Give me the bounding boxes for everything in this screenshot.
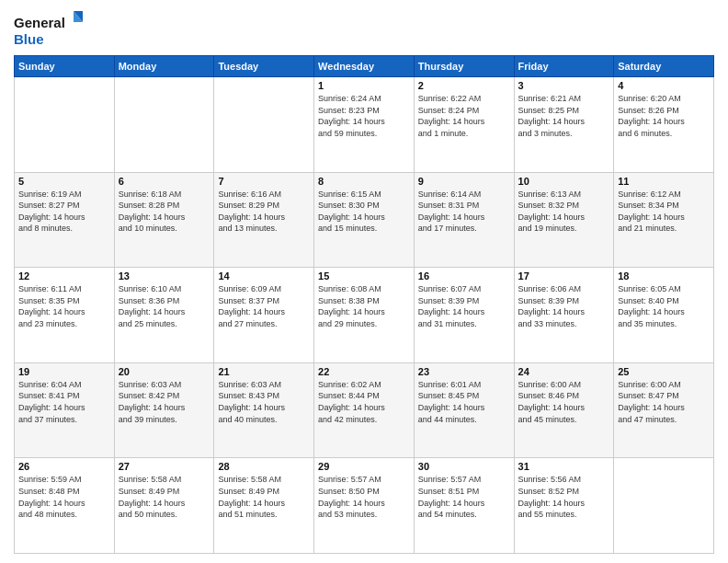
week-row-4: 19Sunrise: 6:04 AMSunset: 8:41 PMDayligh… [15, 362, 714, 458]
day-info: Sunrise: 6:13 AMSunset: 8:32 PMDaylight:… [518, 189, 610, 235]
calendar-cell [114, 77, 214, 173]
calendar-cell: 20Sunrise: 6:03 AMSunset: 8:42 PMDayligh… [114, 362, 214, 458]
week-row-3: 12Sunrise: 6:11 AMSunset: 8:35 PMDayligh… [15, 268, 714, 363]
calendar-cell: 18Sunrise: 6:05 AMSunset: 8:40 PMDayligh… [614, 268, 714, 363]
calendar-cell: 14Sunrise: 6:09 AMSunset: 8:37 PMDayligh… [214, 268, 314, 363]
calendar-cell: 7Sunrise: 6:16 AMSunset: 8:29 PMDaylight… [214, 172, 314, 268]
day-number: 3 [518, 80, 610, 91]
day-info: Sunrise: 6:01 AMSunset: 8:45 PMDaylight:… [418, 379, 510, 425]
day-info: Sunrise: 6:03 AMSunset: 8:43 PMDaylight:… [218, 379, 310, 425]
week-row-5: 26Sunrise: 5:59 AMSunset: 8:48 PMDayligh… [15, 458, 714, 554]
day-info: Sunrise: 6:21 AMSunset: 8:25 PMDaylight:… [518, 93, 610, 139]
day-number: 14 [218, 270, 310, 282]
calendar-cell [15, 77, 115, 173]
day-number: 25 [618, 366, 710, 377]
calendar-cell: 24Sunrise: 6:00 AMSunset: 8:46 PMDayligh… [514, 362, 614, 458]
day-number: 18 [618, 270, 710, 282]
calendar-cell [214, 77, 314, 173]
day-number: 17 [518, 270, 610, 282]
header: General Blue [14, 9, 714, 48]
day-info: Sunrise: 6:07 AMSunset: 8:39 PMDaylight:… [418, 283, 510, 329]
day-info: Sunrise: 6:09 AMSunset: 8:37 PMDaylight:… [218, 283, 310, 329]
calendar-cell: 11Sunrise: 6:12 AMSunset: 8:34 PMDayligh… [614, 172, 714, 268]
day-number: 28 [218, 461, 310, 472]
day-info: Sunrise: 6:03 AMSunset: 8:42 PMDaylight:… [119, 379, 210, 425]
day-number: 7 [218, 176, 310, 187]
week-row-1: 1Sunrise: 6:24 AMSunset: 8:23 PMDaylight… [15, 77, 714, 173]
day-number: 29 [318, 461, 410, 472]
day-info: Sunrise: 6:05 AMSunset: 8:40 PMDaylight:… [618, 283, 710, 329]
calendar-cell: 1Sunrise: 6:24 AMSunset: 8:23 PMDaylight… [314, 77, 415, 173]
calendar-cell: 30Sunrise: 5:57 AMSunset: 8:51 PMDayligh… [414, 458, 514, 554]
day-number: 9 [418, 176, 510, 187]
day-info: Sunrise: 6:10 AMSunset: 8:36 PMDaylight:… [119, 283, 210, 329]
day-number: 20 [119, 366, 210, 377]
day-info: Sunrise: 6:11 AMSunset: 8:35 PMDaylight:… [18, 283, 110, 329]
day-number: 6 [119, 176, 210, 187]
day-number: 22 [318, 366, 410, 377]
day-info: Sunrise: 5:57 AMSunset: 8:50 PMDaylight:… [318, 474, 410, 520]
day-number: 31 [518, 461, 610, 472]
day-number: 10 [518, 176, 610, 187]
day-number: 11 [618, 176, 710, 187]
day-info: Sunrise: 6:04 AMSunset: 8:41 PMDaylight:… [18, 379, 110, 425]
page: General Blue SundayMondayTuesdayWednesda… [0, 0, 728, 563]
day-number: 30 [418, 461, 510, 472]
day-info: Sunrise: 5:58 AMSunset: 8:49 PMDaylight:… [218, 474, 310, 520]
calendar-cell: 28Sunrise: 5:58 AMSunset: 8:49 PMDayligh… [214, 458, 314, 554]
day-number: 26 [18, 461, 110, 472]
calendar-cell: 13Sunrise: 6:10 AMSunset: 8:36 PMDayligh… [114, 268, 214, 363]
calendar-cell: 3Sunrise: 6:21 AMSunset: 8:25 PMDaylight… [514, 77, 614, 173]
calendar-cell: 6Sunrise: 6:18 AMSunset: 8:28 PMDaylight… [114, 172, 214, 268]
day-number: 13 [119, 270, 210, 282]
weekday-header-sunday: Sunday [15, 56, 115, 77]
week-row-2: 5Sunrise: 6:19 AMSunset: 8:27 PMDaylight… [15, 172, 714, 268]
logo: General Blue [14, 9, 85, 48]
day-info: Sunrise: 6:15 AMSunset: 8:30 PMDaylight:… [318, 189, 410, 235]
calendar-cell: 15Sunrise: 6:08 AMSunset: 8:38 PMDayligh… [314, 268, 415, 363]
calendar-cell: 23Sunrise: 6:01 AMSunset: 8:45 PMDayligh… [414, 362, 514, 458]
calendar-cell: 5Sunrise: 6:19 AMSunset: 8:27 PMDaylight… [15, 172, 115, 268]
calendar-cell: 9Sunrise: 6:14 AMSunset: 8:31 PMDaylight… [414, 172, 514, 268]
day-number: 16 [418, 270, 510, 282]
weekday-header-tuesday: Tuesday [214, 56, 314, 77]
calendar-cell [614, 458, 714, 554]
day-info: Sunrise: 6:16 AMSunset: 8:29 PMDaylight:… [218, 189, 310, 235]
weekday-header-monday: Monday [114, 56, 214, 77]
day-info: Sunrise: 5:56 AMSunset: 8:52 PMDaylight:… [518, 474, 610, 520]
day-info: Sunrise: 6:00 AMSunset: 8:47 PMDaylight:… [618, 379, 710, 425]
day-number: 27 [119, 461, 210, 472]
day-number: 12 [18, 270, 110, 282]
day-number: 21 [218, 366, 310, 377]
weekday-header-saturday: Saturday [614, 56, 714, 77]
day-number: 2 [418, 80, 510, 91]
day-info: Sunrise: 6:18 AMSunset: 8:28 PMDaylight:… [119, 189, 210, 235]
calendar-cell: 2Sunrise: 6:22 AMSunset: 8:24 PMDaylight… [414, 77, 514, 173]
day-info: Sunrise: 5:57 AMSunset: 8:51 PMDaylight:… [418, 474, 510, 520]
calendar-cell: 10Sunrise: 6:13 AMSunset: 8:32 PMDayligh… [514, 172, 614, 268]
calendar-cell: 17Sunrise: 6:06 AMSunset: 8:39 PMDayligh… [514, 268, 614, 363]
calendar-table: SundayMondayTuesdayWednesdayThursdayFrid… [14, 55, 714, 554]
weekday-header-row: SundayMondayTuesdayWednesdayThursdayFrid… [15, 56, 714, 77]
day-info: Sunrise: 6:08 AMSunset: 8:38 PMDaylight:… [318, 283, 410, 329]
day-number: 19 [18, 366, 110, 377]
calendar-cell: 19Sunrise: 6:04 AMSunset: 8:41 PMDayligh… [15, 362, 115, 458]
calendar-cell: 29Sunrise: 5:57 AMSunset: 8:50 PMDayligh… [314, 458, 415, 554]
day-number: 8 [318, 176, 410, 187]
calendar-cell: 16Sunrise: 6:07 AMSunset: 8:39 PMDayligh… [414, 268, 514, 363]
day-number: 15 [318, 270, 410, 282]
weekday-header-thursday: Thursday [414, 56, 514, 77]
logo-text: General Blue [14, 9, 85, 48]
weekday-header-friday: Friday [514, 56, 614, 77]
calendar-cell: 8Sunrise: 6:15 AMSunset: 8:30 PMDaylight… [314, 172, 415, 268]
day-info: Sunrise: 6:19 AMSunset: 8:27 PMDaylight:… [18, 189, 110, 235]
day-number: 5 [18, 176, 110, 187]
calendar-cell: 25Sunrise: 6:00 AMSunset: 8:47 PMDayligh… [614, 362, 714, 458]
day-info: Sunrise: 6:24 AMSunset: 8:23 PMDaylight:… [318, 93, 410, 139]
calendar-cell: 4Sunrise: 6:20 AMSunset: 8:26 PMDaylight… [614, 77, 714, 173]
day-number: 23 [418, 366, 510, 377]
day-info: Sunrise: 5:59 AMSunset: 8:48 PMDaylight:… [18, 474, 110, 520]
day-info: Sunrise: 6:22 AMSunset: 8:24 PMDaylight:… [418, 93, 510, 139]
calendar-cell: 31Sunrise: 5:56 AMSunset: 8:52 PMDayligh… [514, 458, 614, 554]
day-number: 24 [518, 366, 610, 377]
